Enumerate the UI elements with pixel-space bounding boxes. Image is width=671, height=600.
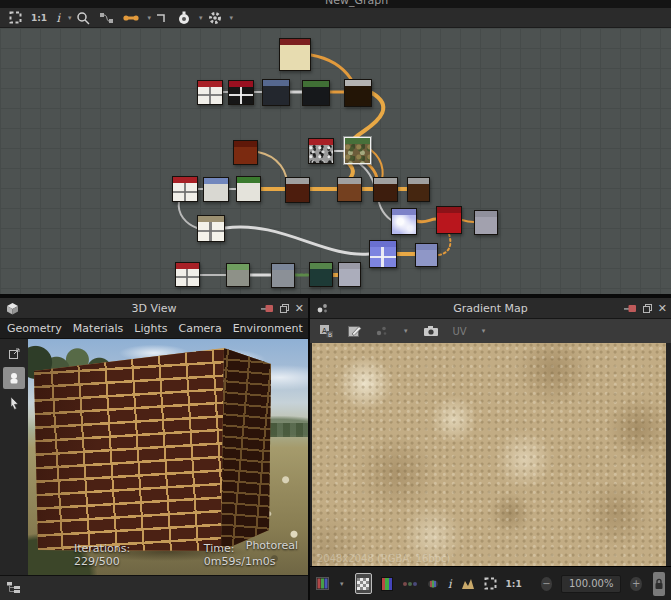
graph-node[interactable]	[373, 177, 398, 202]
uv-mode-label[interactable]: UV	[453, 326, 467, 337]
info-button[interactable]: i	[53, 9, 63, 27]
color-dots-button[interactable]	[402, 580, 418, 588]
zoom-tool-button[interactable]	[73, 9, 93, 27]
graph-node[interactable]	[338, 262, 361, 287]
select-tool-button[interactable]	[3, 392, 25, 414]
menu-camera[interactable]: Camera	[178, 322, 221, 335]
scene-object-tool-button[interactable]	[3, 367, 25, 389]
float-panel-button[interactable]	[279, 299, 290, 318]
lock-zoom-button[interactable]	[653, 572, 665, 596]
graph-node[interactable]	[285, 177, 310, 203]
graph-node[interactable]	[415, 243, 438, 267]
fit-view-icon	[484, 577, 497, 590]
fit-view-button[interactable]	[484, 577, 497, 590]
graph-node[interactable]	[302, 80, 330, 106]
graph-node[interactable]	[197, 80, 223, 105]
cursor-icon	[8, 396, 21, 410]
zoom-in-button[interactable]: +	[630, 577, 641, 591]
node-body	[204, 184, 228, 201]
graph-node[interactable]	[172, 176, 198, 202]
graph-node[interactable]	[233, 140, 258, 165]
zoom-actual-button[interactable]: 1:1	[28, 9, 50, 27]
export-view-button[interactable]	[3, 342, 25, 364]
graph-node[interactable]	[175, 262, 200, 287]
graph-node[interactable]	[236, 176, 261, 202]
color-ellipse-button[interactable]	[427, 579, 439, 589]
compute-timer-button[interactable]	[174, 9, 194, 27]
graph-node[interactable]	[436, 206, 462, 234]
node-body	[198, 87, 222, 104]
graph-node[interactable]	[474, 210, 498, 235]
graph-node[interactable]	[391, 208, 417, 235]
menu-environment[interactable]: Environment	[233, 322, 303, 335]
node-body	[280, 45, 310, 70]
compare-ab-button[interactable]: AB	[319, 324, 334, 338]
3d-view-panel: 3D View ✕ Geometry Materials Lights Came…	[0, 296, 308, 600]
molecule-icon	[316, 302, 329, 314]
zoom-out-button[interactable]: −	[541, 577, 552, 591]
pin-panel-button[interactable]	[623, 299, 637, 318]
menu-lights[interactable]: Lights	[134, 322, 167, 335]
graph-node[interactable]	[197, 215, 225, 242]
node-body	[338, 184, 361, 201]
hierarchy-icon[interactable]	[5, 580, 22, 599]
graph-node[interactable]	[228, 80, 254, 105]
graph-node[interactable]	[344, 137, 371, 164]
scene-object-icon	[7, 371, 21, 385]
chevron-down-icon[interactable]: ▾	[199, 14, 203, 22]
graph-node[interactable]	[369, 240, 397, 268]
link-mode-button[interactable]	[120, 9, 142, 27]
histogram-button[interactable]	[461, 578, 475, 590]
show-connections-button[interactable]	[96, 9, 117, 27]
chevron-down-icon[interactable]: ▾	[482, 327, 486, 335]
menu-materials[interactable]: Materials	[73, 322, 123, 335]
gradient-map-titlebar[interactable]: Gradient Map ✕	[310, 298, 671, 319]
graph-node[interactable]	[279, 38, 311, 71]
3d-view-toolbar	[0, 339, 28, 575]
zoom-value-field[interactable]: 100.00%	[561, 575, 621, 593]
link-style-button[interactable]	[153, 9, 171, 27]
graph-node[interactable]	[309, 262, 333, 287]
2d-texture-view[interactable]: 2048x2048 (RGBA: 16bpc)	[312, 343, 666, 567]
pin-icon	[260, 304, 274, 314]
chevron-down-icon[interactable]: ▾	[230, 14, 234, 22]
node-body	[227, 270, 249, 286]
cube-icon	[6, 302, 19, 315]
svg-text:B: B	[328, 331, 332, 338]
3d-view-titlebar[interactable]: 3D View ✕	[0, 298, 308, 319]
node-body	[416, 250, 437, 266]
pin-panel-button[interactable]	[260, 299, 274, 318]
3d-render-viewport[interactable]: Photoreal Iterations: 229/500 Time: 0m59…	[28, 339, 308, 575]
linked-node-icon	[375, 325, 389, 337]
graph-node[interactable]	[262, 79, 290, 106]
chevron-down-icon[interactable]: ▾	[340, 580, 344, 588]
channels-button[interactable]	[316, 577, 329, 590]
linked-node-button[interactable]	[375, 325, 389, 337]
graph-node[interactable]	[203, 177, 229, 202]
settings-button[interactable]	[205, 9, 225, 27]
chevron-down-icon[interactable]: ▾	[404, 327, 408, 335]
fit-view-button[interactable]	[6, 9, 25, 27]
edit-texture-button[interactable]	[347, 324, 362, 338]
close-panel-button[interactable]: ✕	[658, 303, 667, 314]
menu-geometry[interactable]: Geometry	[7, 322, 62, 335]
alpha-background-button[interactable]	[355, 573, 372, 594]
graph-canvas[interactable]	[0, 28, 671, 296]
fit-view-icon	[9, 11, 22, 24]
chevron-down-icon[interactable]: ▾	[147, 14, 151, 22]
close-panel-button[interactable]: ✕	[295, 303, 304, 314]
graph-node[interactable]	[407, 177, 430, 202]
graph-toolbar: 1:1 i ▾ ▾ ▾ ▾	[0, 8, 671, 28]
chevron-down-icon[interactable]: ▾	[68, 14, 72, 22]
graph-node[interactable]	[226, 263, 250, 287]
graph-node[interactable]	[337, 177, 362, 202]
graph-node[interactable]	[308, 138, 334, 164]
float-panel-button[interactable]	[642, 299, 653, 318]
color-display-icon[interactable]	[381, 577, 393, 591]
node-body	[286, 184, 309, 202]
graph-node[interactable]	[271, 263, 295, 288]
zoom-actual-label[interactable]: 1:1	[506, 579, 522, 589]
graph-node[interactable]	[344, 79, 372, 107]
info-button[interactable]: i	[448, 577, 452, 591]
camera-view-button[interactable]	[423, 325, 440, 337]
